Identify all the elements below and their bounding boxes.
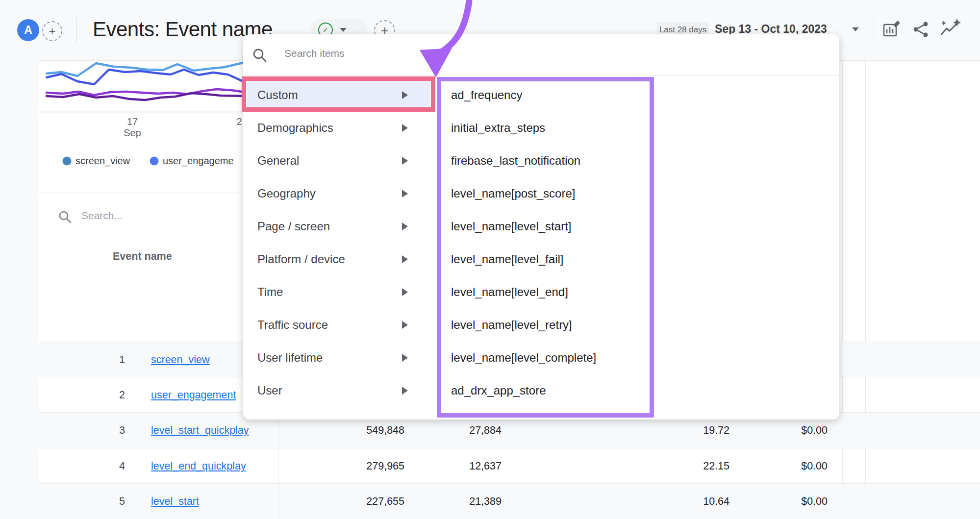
table-search-icon[interactable]	[58, 210, 73, 224]
annotation-arrow	[402, 0, 495, 83]
legend-label-user-engagement: user_engageme	[163, 155, 234, 167]
category-label: Time	[257, 285, 283, 299]
date-caret-icon[interactable]	[852, 27, 859, 31]
row-index: 2	[96, 377, 125, 413]
event-link[interactable]: level_end_quickplay	[151, 448, 246, 484]
chevron-right-icon	[402, 354, 408, 362]
dropdown-category-user-lifetime[interactable]: User lifetime	[243, 341, 426, 374]
event-link[interactable]: level_start	[151, 484, 199, 519]
category-label: Traffic source	[257, 318, 328, 332]
share-icon[interactable]	[912, 21, 930, 38]
header-divider	[76, 18, 77, 42]
chart-table-divider	[39, 193, 275, 193]
edit-chart-icon[interactable]	[881, 20, 901, 39]
add-comparison-button[interactable]: +	[42, 21, 62, 41]
dropdown-category-geography[interactable]: Geography	[243, 177, 426, 210]
event-link[interactable]: screen_view	[151, 342, 210, 378]
total-users-cell: 21,389	[413, 484, 502, 519]
row-index: 4	[96, 448, 125, 484]
category-label: Platform / device	[257, 252, 345, 266]
dropdown-search-divider	[243, 75, 839, 76]
count-per-user-cell: 10.64	[646, 484, 729, 519]
row-index: 3	[96, 413, 125, 448]
chevron-right-icon	[402, 387, 408, 395]
dropdown-search-icon[interactable]	[252, 48, 268, 63]
category-label: User	[257, 384, 282, 397]
chevron-right-icon	[402, 157, 408, 165]
chevron-down-icon	[340, 28, 347, 32]
chevron-right-icon	[402, 255, 408, 263]
insights-icon[interactable]	[939, 19, 961, 39]
chevron-right-icon	[402, 124, 408, 132]
category-label: General	[257, 154, 299, 168]
total-users-cell: 12,637	[413, 448, 502, 484]
row-index: 1	[96, 342, 125, 378]
plus-icon: +	[49, 25, 55, 38]
chevron-right-icon	[402, 190, 408, 198]
revenue-cell: $0.00	[744, 448, 828, 484]
dropdown-search-input[interactable]: Search items	[284, 48, 345, 59]
dropdown-category-platform-device[interactable]: Platform / device	[243, 243, 426, 275]
dropdown-category-general[interactable]: General	[243, 144, 426, 177]
table-row: 4 level_end_quickplay 279,965 12,637 22.…	[39, 448, 980, 484]
dropdown-category-user[interactable]: User	[243, 374, 426, 407]
category-label: Page / screen	[257, 220, 330, 233]
column-header-event-name[interactable]: Event name	[113, 250, 172, 263]
table-search-input[interactable]: Search...	[81, 210, 123, 222]
legend-dot-user-engagement	[150, 156, 159, 166]
event-link[interactable]: level_start_quickplay	[151, 413, 249, 448]
search-underline	[56, 234, 275, 234]
chart-line-user-engagement	[47, 70, 245, 84]
category-label: Geography	[257, 187, 316, 200]
category-label: User lifetime	[257, 351, 323, 365]
chart-line-dark-violet	[47, 93, 245, 100]
x-tick-day: 17	[118, 116, 147, 127]
dropdown-category-page-screen[interactable]: Page / screen	[243, 210, 426, 243]
toolbar-divider	[874, 17, 874, 42]
row-index: 5	[96, 484, 125, 519]
dropdown-category-traffic-source[interactable]: Traffic source	[243, 308, 426, 341]
revenue-cell: $0.00	[744, 484, 828, 519]
chevron-right-icon	[402, 321, 408, 329]
legend-label-screen-view: screen_view	[75, 155, 130, 167]
count-per-user-cell: 22.15	[646, 448, 729, 484]
event-link[interactable]: user_engagement	[151, 377, 236, 413]
legend-dot-screen-view	[62, 156, 72, 166]
annotation-box-items	[437, 77, 654, 418]
event-count-cell: 227,655	[306, 484, 404, 519]
x-tick-month: Sep	[118, 127, 147, 139]
dropdown-category-time[interactable]: Time	[243, 275, 426, 308]
avatar[interactable]: A	[17, 19, 39, 41]
chevron-right-icon	[402, 222, 408, 230]
table-row: 5 level_start 227,655 21,389 10.64 $0.00	[39, 484, 980, 519]
event-count-cell: 279,965	[306, 448, 404, 484]
chevron-right-icon	[402, 288, 408, 296]
date-range-selector[interactable]: Sep 13 - Oct 10, 2023	[715, 23, 827, 36]
category-label: Demographics	[257, 121, 333, 135]
dropdown-category-demographics[interactable]: Demographics	[243, 111, 426, 144]
